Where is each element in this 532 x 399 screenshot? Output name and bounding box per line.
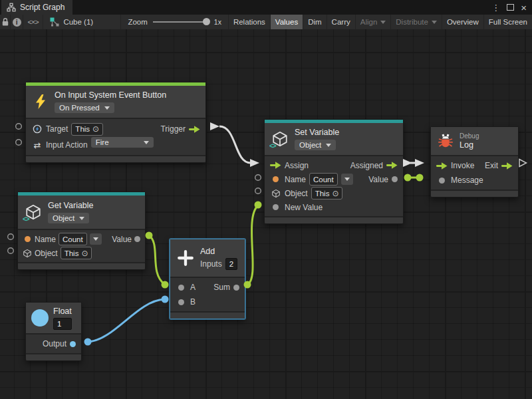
- node-title: Float: [53, 307, 72, 316]
- values-button[interactable]: Values: [271, 15, 303, 29]
- tab-script-graph[interactable]: Script Graph: [1, 0, 72, 15]
- add-icon: [177, 249, 194, 267]
- zoom-label: Zoom: [128, 18, 147, 26]
- node-get-variable[interactable]: <> Get Variable Object Name Count Value …: [17, 192, 146, 270]
- graph-context-breadcrumb[interactable]: Cube (1): [43, 15, 121, 29]
- port-label-name: Name: [35, 235, 56, 244]
- node-title: Set Variable: [295, 128, 339, 137]
- a-input-port[interactable]: [178, 285, 184, 291]
- window-controls: ⋮ ×: [491, 0, 532, 15]
- bug-icon: [438, 133, 454, 149]
- node-footer: [265, 216, 403, 223]
- zoom-slider-track[interactable]: [153, 21, 209, 23]
- chevron-down-icon: [326, 144, 331, 147]
- relations-button[interactable]: Relations: [229, 15, 271, 29]
- variable-name-dropdown[interactable]: [90, 233, 102, 245]
- distribute-dropdown-button[interactable]: Distribute: [391, 15, 442, 29]
- node-footer: [431, 190, 518, 197]
- full-screen-button[interactable]: Full Screen: [484, 15, 532, 29]
- float-value-field[interactable]: 1: [53, 318, 72, 330]
- maximize-icon[interactable]: [507, 4, 514, 11]
- zoom-slider[interactable]: [153, 18, 209, 26]
- object-cube-icon: [23, 249, 32, 258]
- value-output-port[interactable]: [134, 236, 140, 242]
- port-label-value: Value: [112, 235, 132, 244]
- node-footer: [26, 353, 81, 360]
- port-label-assign: Assign: [285, 161, 309, 170]
- zoom-slider-handle[interactable]: [203, 18, 210, 25]
- variable-name-dropdown[interactable]: [341, 174, 353, 185]
- input-action-dropdown[interactable]: Fire: [91, 137, 154, 148]
- port-label-b: B: [190, 297, 196, 307]
- variable-name-chip[interactable]: Count: [309, 173, 338, 186]
- value-output-port[interactable]: [392, 176, 398, 182]
- event-mode-dropdown[interactable]: On Pressed: [55, 102, 114, 113]
- graph-toolbar: i <×> Cube (1) Zoom 1x Relations Values …: [0, 15, 532, 30]
- port-label-output: Output: [43, 339, 66, 348]
- variable-cube-icon: <>: [25, 203, 42, 221]
- variable-name-chip[interactable]: Count: [59, 233, 87, 245]
- lightning-icon: [33, 94, 49, 110]
- variable-cube-icon: <>: [271, 130, 289, 148]
- code-view-button[interactable]: <×>: [23, 15, 44, 29]
- object-cube-icon: [271, 189, 281, 198]
- node-title: Log: [460, 140, 479, 150]
- overview-button[interactable]: Overview: [442, 15, 484, 29]
- assigned-output-port[interactable]: [386, 162, 398, 169]
- port-label-exit: Exit: [485, 161, 498, 170]
- port-label-trigger: Trigger: [160, 124, 186, 134]
- chevron-down-icon: [79, 217, 84, 220]
- node-title: Add: [200, 247, 237, 256]
- lock-button[interactable]: [0, 15, 11, 29]
- node-debug-log[interactable]: Debug Log Invoke Exit Message: [430, 126, 519, 198]
- b-input-port[interactable]: [178, 299, 184, 305]
- object-picker-icon[interactable]: ⊙: [92, 125, 99, 133]
- assign-input-port[interactable]: [270, 162, 281, 169]
- port-label-object: Object: [35, 249, 58, 258]
- close-icon[interactable]: ×: [521, 3, 527, 13]
- node-set-variable[interactable]: <> Set Variable Object Assign Assigned N…: [264, 119, 404, 224]
- port-label-value: Value: [368, 175, 388, 184]
- align-dropdown-button[interactable]: Align: [356, 15, 392, 29]
- dim-button[interactable]: Dim: [303, 15, 327, 29]
- message-input-port[interactable]: [439, 178, 445, 184]
- object-chip[interactable]: This ⊙: [311, 187, 343, 200]
- chevron-down-icon: [344, 178, 350, 181]
- variable-kind-dropdown[interactable]: Object: [295, 140, 336, 150]
- object-chip[interactable]: This ⊙: [61, 247, 92, 259]
- port-label-sum: Sum: [213, 283, 230, 292]
- chevron-down-icon: [380, 21, 386, 24]
- trigger-output-port[interactable]: [189, 126, 200, 133]
- node-on-input-system-event-button[interactable]: On Input System Event Button On Pressed …: [25, 82, 206, 163]
- object-picker-icon[interactable]: ⊙: [81, 249, 88, 257]
- chevron-down-icon: [93, 237, 98, 241]
- name-input-port[interactable]: [273, 176, 279, 182]
- invoke-input-port[interactable]: [436, 162, 448, 170]
- carry-button[interactable]: Carry: [327, 15, 356, 29]
- graph-tab-icon: [7, 3, 16, 12]
- info-icon: i: [13, 18, 21, 27]
- window-menu-icon[interactable]: ⋮: [491, 3, 500, 12]
- input-action-icon: ⇄: [31, 140, 43, 150]
- variable-kind-dropdown[interactable]: Object: [48, 213, 89, 223]
- new-value-input-port[interactable]: [273, 204, 279, 210]
- node-title: Get Variable: [48, 201, 94, 210]
- output-port[interactable]: [70, 341, 76, 347]
- port-label-invoke: Invoke: [451, 161, 474, 170]
- target-object-chip[interactable]: This ⊙: [71, 123, 103, 136]
- inputs-count-field[interactable]: 2: [225, 258, 237, 270]
- lock-icon: [1, 17, 9, 27]
- port-label-input-action: Input Action: [46, 140, 88, 150]
- node-add[interactable]: Add Inputs 2 A Sum B: [170, 239, 245, 319]
- node-float-literal[interactable]: Float 1 Output: [25, 302, 82, 361]
- event-target-icon: [33, 124, 42, 134]
- chevron-down-icon: [144, 141, 149, 144]
- info-button[interactable]: i: [11, 15, 23, 29]
- port-label-name: Name: [285, 175, 306, 184]
- name-input-port[interactable]: [25, 236, 31, 242]
- zoom-control: Zoom 1x: [121, 15, 229, 29]
- object-picker-icon[interactable]: ⊙: [332, 190, 338, 198]
- exit-output-port[interactable]: [501, 162, 513, 170]
- node-footer: [170, 311, 245, 319]
- sum-output-port[interactable]: [233, 285, 239, 291]
